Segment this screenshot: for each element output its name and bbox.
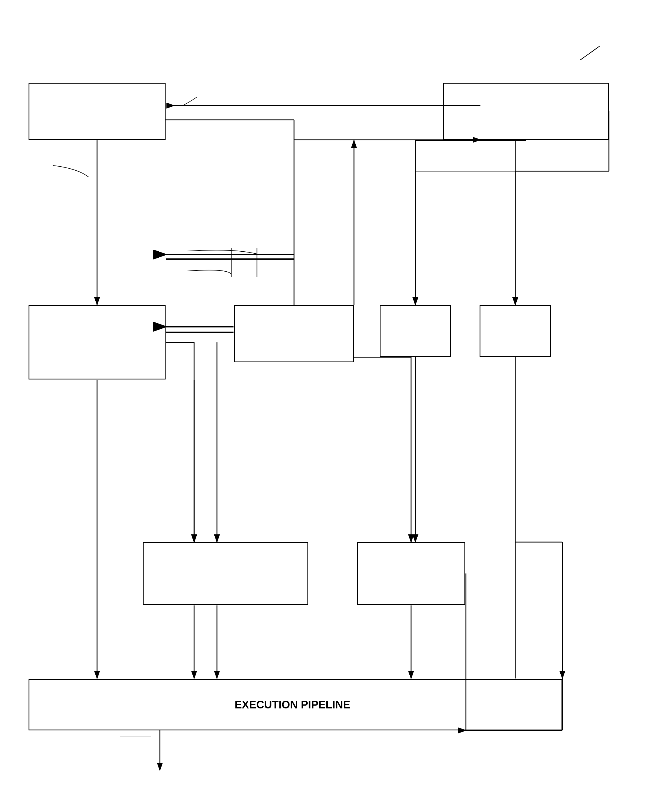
- register-file-box: [357, 542, 465, 605]
- ref-100-arrow: [575, 43, 609, 66]
- instruction-cache-box: [29, 83, 165, 140]
- instruction-fetch-box: [443, 83, 609, 140]
- svg-line-0: [580, 46, 600, 60]
- x86-ip-box: [479, 305, 551, 357]
- config-registers-box: [234, 305, 354, 362]
- hw-translator-box: [29, 305, 165, 380]
- execution-pipeline-box: [29, 679, 562, 730]
- memory-subsystem-box: [143, 542, 308, 605]
- arm-pc-box: [380, 305, 451, 357]
